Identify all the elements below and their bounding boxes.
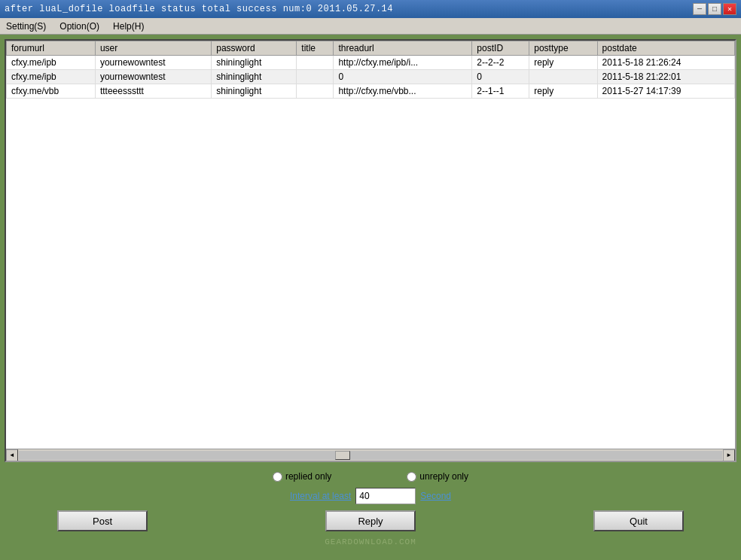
cell-threadurl: 0 <box>334 70 472 84</box>
col-header-postdate: postdate <box>597 41 734 56</box>
cell-title <box>297 84 334 99</box>
replied-only-label: replied only <box>285 471 331 482</box>
cell-postID: 2--1--1 <box>472 84 529 99</box>
table-row[interactable]: cfxy.me/ipbyournewowntestshininglight002… <box>7 70 735 84</box>
col-header-forumurl: forumurl <box>7 41 96 56</box>
col-header-password: password <box>212 41 297 56</box>
col-header-postid: postID <box>472 41 529 56</box>
button-row: Post Reply Quit <box>12 510 729 531</box>
scroll-right-button[interactable]: ► <box>723 449 735 461</box>
cell-postdate: 2011-5-18 21:26:24 <box>597 56 734 70</box>
cell-user: ttteeesssttt <box>95 84 211 99</box>
cell-password: shininglight <box>212 70 297 84</box>
cell-password: shininglight <box>212 56 297 70</box>
table-scroll-area[interactable]: forumurl user password title threadurl p… <box>6 41 735 449</box>
quit-button[interactable]: Quit <box>593 510 684 531</box>
title-text: after luaL_dofile loadfile status total … <box>5 4 393 14</box>
cell-postdate: 2011-5-18 21:22:01 <box>597 70 734 84</box>
cell-posttype: reply <box>529 84 597 99</box>
radio-row: replied only unreply only <box>12 471 729 482</box>
scroll-thumb[interactable] <box>335 451 350 460</box>
unreply-only-radio-label[interactable]: unreply only <box>407 471 468 482</box>
bottom-panel: replied only unreply only Interval at le… <box>5 465 736 555</box>
replied-only-radio[interactable] <box>273 472 282 482</box>
cell-posttype <box>529 70 597 84</box>
cell-password: shininglight <box>212 84 297 99</box>
main-window: forumurl user password title threadurl p… <box>0 35 741 560</box>
menu-bar: Setting(S) Option(O) Help(H) <box>0 18 741 35</box>
menu-item-setting[interactable]: Setting(S) <box>3 20 49 32</box>
interval-label: Interval at least <box>290 491 351 501</box>
table-row[interactable]: cfxy.me/ipbyournewowntestshininglighthtt… <box>7 56 735 70</box>
second-label: Second <box>420 491 451 501</box>
col-header-user: user <box>95 41 211 56</box>
maximize-button[interactable]: □ <box>708 3 721 15</box>
cell-postdate: 2011-5-27 14:17:39 <box>597 84 734 99</box>
cell-title <box>297 70 334 84</box>
cell-forumurl: cfxy.me/ipb <box>7 70 96 84</box>
scroll-left-button[interactable]: ◄ <box>6 449 18 461</box>
horizontal-scrollbar[interactable]: ◄ ► <box>6 449 735 461</box>
data-table: forumurl user password title threadurl p… <box>6 41 735 99</box>
scroll-track[interactable] <box>19 451 722 460</box>
minimize-button[interactable]: ─ <box>693 3 706 15</box>
cell-title <box>297 56 334 70</box>
replied-only-radio-label[interactable]: replied only <box>273 471 331 482</box>
cell-user: yournewowntest <box>95 56 211 70</box>
table-row[interactable]: cfxy.me/vbbttteeessstttshininglighthttp:… <box>7 84 735 99</box>
cell-forumurl: cfxy.me/ipb <box>7 56 96 70</box>
interval-input[interactable] <box>355 488 416 504</box>
cell-postID: 2--2--2 <box>472 56 529 70</box>
post-button[interactable]: Post <box>57 510 148 531</box>
unreply-only-radio[interactable] <box>407 472 416 482</box>
title-bar: after luaL_dofile loadfile status total … <box>0 0 741 18</box>
cell-forumurl: cfxy.me/vbb <box>7 84 96 99</box>
menu-item-option[interactable]: Option(O) <box>56 20 102 32</box>
unreply-only-label: unreply only <box>419 471 468 482</box>
close-button[interactable]: ✕ <box>723 3 736 15</box>
cell-user: yournewowntest <box>95 70 211 84</box>
window-controls: ─ □ ✕ <box>693 3 736 15</box>
col-header-threadurl: threadurl <box>334 41 472 56</box>
interval-row: Interval at least Second <box>12 488 729 504</box>
table-header-row: forumurl user password title threadurl p… <box>7 41 735 56</box>
col-header-posttype: posttype <box>529 41 597 56</box>
watermark: GEARDOWNLOAD.COM <box>12 537 729 549</box>
reply-button[interactable]: Reply <box>325 510 416 531</box>
cell-postID: 0 <box>472 70 529 84</box>
cell-posttype: reply <box>529 56 597 70</box>
menu-item-help[interactable]: Help(H) <box>110 20 147 32</box>
col-header-title: title <box>297 41 334 56</box>
table-container: forumurl user password title threadurl p… <box>5 39 736 462</box>
cell-threadurl: http://cfxy.me/ipb/i... <box>334 56 472 70</box>
cell-threadurl: http://cfxy.me/vbb... <box>334 84 472 99</box>
